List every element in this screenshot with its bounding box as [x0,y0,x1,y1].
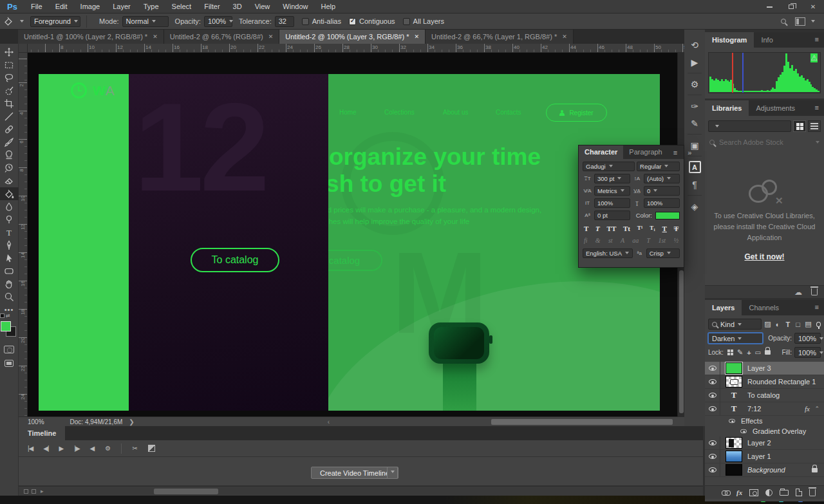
eraser-tool[interactable] [0,174,19,187]
get-it-now-link[interactable]: Get it now! [705,252,824,261]
opentype-button[interactable]: & [595,237,601,244]
filter-shape-layers-icon[interactable]: □ [794,321,802,328]
character-tab-character[interactable]: Character [579,145,623,159]
visibility-toggle[interactable] [705,402,720,415]
layer-row-rounded-rectangle-1[interactable]: Rounded Rectangle 1 [705,375,824,389]
menu-help[interactable]: Help [314,0,342,14]
menu-type[interactable]: Type [137,0,165,14]
path-selection-tool[interactable] [0,252,19,265]
default-colors-icon[interactable] [0,313,5,318]
filter-smart-objects-icon[interactable]: ▤ [805,320,812,328]
visibility-toggle[interactable] [705,450,720,463]
layer-row-background[interactable]: Background [705,463,824,477]
menu-file[interactable]: File [24,0,49,14]
history-brush-tool[interactable] [0,162,19,174]
layer-effect-row[interactable]: Effects [705,416,824,426]
lock-all-icon[interactable] [765,350,771,355]
zoom-level[interactable]: 100% [28,418,44,425]
lasso-tool[interactable] [0,71,19,84]
menu-image[interactable]: Image [74,0,107,14]
antialias-select[interactable]: Crisp [646,248,680,258]
document-tab[interactable]: Untitled-2 @ 66,7% (RGB/8#)✕ [164,30,280,44]
type-style-button[interactable]: TT [607,225,617,232]
font-size-select[interactable]: 300 pt [594,174,630,183]
document-tab[interactable]: Untitled-2 @ 66,7% (Layer 1, RGB/8#) *✕ [426,30,574,44]
layer-style-fx-icon[interactable]: fx [736,489,742,496]
adjustment-layer-icon[interactable] [765,489,772,496]
document-tab[interactable]: Untitled-1 @ 100% (Layer 2, RGB/8#) *✕ [18,30,164,44]
type-style-button[interactable]: T [662,225,667,232]
layer-row-layer-3[interactable]: Layer 3 [705,362,824,375]
filter-type-layers-icon[interactable]: T [784,321,792,328]
paint-bucket-tool-icon[interactable] [0,15,17,28]
link-layers-icon[interactable] [722,490,729,495]
rounded-rectangle-tool[interactable] [0,265,19,277]
text-color-swatch[interactable] [655,212,680,219]
previous-frame-icon[interactable]: ◀| [43,445,48,452]
panel-expand-icon[interactable]: » [682,145,697,159]
transition-icon[interactable] [148,445,155,452]
grid-view-button[interactable] [793,120,806,132]
cloud-sync-icon[interactable]: ☁ [794,288,802,297]
fill-select[interactable]: 100% [794,347,821,358]
vertical-ruler[interactable]: 24681012141618202224 [19,53,28,416]
opentype-button[interactable]: fi [584,237,588,244]
trash-icon[interactable] [811,288,818,295]
language-select[interactable]: English: USA [583,248,633,258]
character-panel-icon[interactable]: A [684,158,705,176]
eyedropper-tool[interactable] [0,110,19,123]
next-frame-icon[interactable]: |▶ [74,445,79,452]
paint-bucket-tool[interactable] [0,187,19,200]
filter-pixel-layers-icon[interactable]: ▨ [764,320,772,328]
checkbox-anti-alias[interactable]: Anti-alias [302,17,341,25]
pen-tool[interactable] [0,239,19,252]
panel-menu-icon[interactable]: ≡ [810,32,824,48]
close-tab-icon[interactable]: ✕ [414,33,419,40]
frame-toggle2-icon[interactable] [32,489,36,494]
type-style-button[interactable]: T¹ [637,225,643,232]
font-family-select[interactable]: Gadugi [583,162,635,171]
zoom-tool[interactable] [0,290,19,303]
history-panel-icon[interactable]: ⟲ [684,36,705,53]
lock-artboard-icon[interactable]: ▭ [755,349,761,356]
libraries-tab-adjustments[interactable]: Adjustments [749,100,802,116]
visibility-toggle[interactable] [705,389,720,402]
foreground-color-swatch[interactable] [1,321,11,331]
type-style-button[interactable]: T [584,225,588,232]
opentype-button[interactable]: 1st [658,237,666,244]
add-mask-icon[interactable] [749,489,758,496]
frame-toggle-icon[interactable] [24,489,28,494]
timeline-settings-icon[interactable]: ⚙ [105,445,111,452]
layer-effect-row[interactable]: Gradient Overlay [705,426,824,436]
brush-panel-panel-icon[interactable]: ✑ [684,97,705,115]
quick-mask-icon[interactable] [4,346,14,353]
minimize-button[interactable] [758,0,780,14]
kerning-select[interactable]: Metrics [594,186,630,196]
visibility-toggle[interactable] [705,436,720,449]
visibility-toggle[interactable] [705,375,720,388]
font-style-select[interactable]: Regular [637,162,680,171]
crop-tool[interactable] [0,97,19,110]
opentype-button[interactable]: ½ [673,237,679,244]
menu-window[interactable]: Window [276,0,314,14]
new-layer-icon[interactable] [796,489,802,496]
type-style-button[interactable]: T [674,225,679,232]
type-style-button[interactable]: T₁ [650,225,655,232]
vertical-scrollbar-thumb[interactable] [679,270,684,413]
panel-menu-icon[interactable]: ≡ [668,145,682,159]
lock-position-icon[interactable]: + [747,349,751,357]
rect-marquee-tool[interactable] [0,59,19,71]
layer-row-to-catalog[interactable]: TTo catalog [705,389,824,402]
horizontal-scrollbar-thumb[interactable] [491,419,673,425]
type-tool[interactable]: T [0,226,19,239]
visibility-eye-icon[interactable] [740,429,747,433]
delete-layer-icon[interactable] [809,489,816,496]
adobe-stock-search[interactable]: Search Adobe Stock [709,138,819,146]
move-tool[interactable] [0,46,19,59]
quick-selection-tool[interactable] [0,84,19,97]
opentype-button[interactable]: aa [632,237,639,244]
mode-select[interactable]: Normal [122,16,169,27]
tolerance-input[interactable]: 32 [275,16,294,27]
leading-select[interactable]: (Auto) [644,174,680,183]
clone-stamp-tool[interactable] [0,149,19,162]
